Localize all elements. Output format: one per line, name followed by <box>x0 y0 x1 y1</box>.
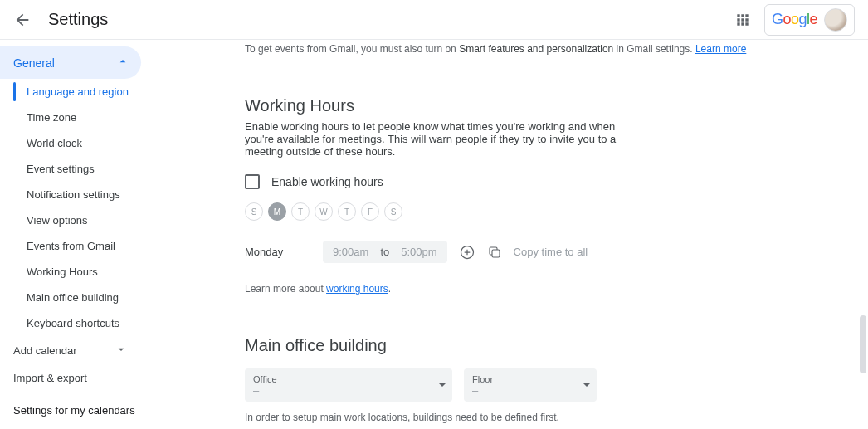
day-chip-thu[interactable]: T <box>338 202 356 221</box>
header-right: Google <box>731 4 855 36</box>
working-hours-learn-more-link[interactable]: working hours <box>326 283 388 295</box>
sidebar-section-label: General <box>13 56 55 70</box>
end-time-value: 5:00pm <box>401 246 436 258</box>
copy-time-label: Copy time to all <box>514 246 588 258</box>
day-chip-sun[interactable]: S <box>245 202 263 221</box>
floor-select[interactable]: Floor – <box>464 368 597 402</box>
avatar[interactable] <box>824 8 847 32</box>
google-logo: Google <box>772 11 817 28</box>
days-of-week: S M T W T F S <box>245 202 835 221</box>
scrollbar-thumb[interactable] <box>860 315 866 373</box>
day-chip-mon[interactable]: M <box>268 202 286 221</box>
sidebar-item-time-zone[interactable]: Time zone <box>0 105 212 130</box>
account-switcher[interactable]: Google <box>764 4 855 36</box>
sidebar-item-event-settings[interactable]: Event settings <box>0 156 212 182</box>
time-row-day-label: Monday <box>245 246 311 258</box>
app-header: Settings Google <box>0 0 868 40</box>
gmail-hint: To get events from Gmail, you must also … <box>245 43 835 55</box>
start-time-value: 9:00am <box>333 246 368 258</box>
chevron-down-icon <box>115 343 128 358</box>
enable-working-hours-label: Enable working hours <box>271 175 383 188</box>
day-chip-tue[interactable]: T <box>291 202 310 221</box>
enable-working-hours-checkbox[interactable] <box>245 174 260 189</box>
time-range-row: Monday 9:00am to 5:00pm Copy time to all <box>245 241 835 263</box>
enable-working-hours-row: Enable working hours <box>245 174 835 189</box>
page-title: Settings <box>48 10 108 29</box>
working-hours-footnote: Learn more about working hours. <box>245 283 835 295</box>
sidebar-item-world-clock[interactable]: World clock <box>0 130 212 156</box>
add-time-icon[interactable] <box>459 244 475 261</box>
time-range-inputs[interactable]: 9:00am to 5:00pm <box>323 241 447 263</box>
sidebar-section-import-export[interactable]: Import & export <box>0 365 212 391</box>
day-chip-fri[interactable]: F <box>361 202 379 221</box>
sidebar-calendar-item[interactable]: Danny Maiorca <box>0 422 212 429</box>
working-hours-title: Working Hours <box>245 96 835 115</box>
to-label: to <box>380 246 389 258</box>
day-chip-wed[interactable]: W <box>315 202 333 221</box>
sidebar: General Language and region Time zone Wo… <box>0 40 212 429</box>
body: General Language and region Time zone Wo… <box>0 40 868 429</box>
copy-icon[interactable] <box>487 245 502 260</box>
caret-down-icon <box>583 383 590 387</box>
sidebar-item-working-hours[interactable]: Working Hours <box>0 259 212 285</box>
caret-down-icon <box>439 383 446 387</box>
sidebar-item-notification-settings[interactable]: Notification settings <box>0 182 212 207</box>
sidebar-item-events-from-gmail[interactable]: Events from Gmail <box>0 233 212 259</box>
sidebar-section-general[interactable]: General <box>0 46 141 79</box>
working-hours-desc: Enable working hours to let people know … <box>245 120 618 158</box>
sidebar-my-calendars-header: Settings for my calendars <box>0 391 212 422</box>
main-office-title: Main office building <box>245 336 835 355</box>
office-selects-row: Office – Floor – <box>245 368 835 402</box>
day-chip-sat[interactable]: S <box>384 202 402 221</box>
apps-grid-icon[interactable] <box>731 8 754 32</box>
main-content: To get events from Gmail, you must also … <box>212 40 868 429</box>
sidebar-item-keyboard-shortcuts[interactable]: Keyboard shortcuts <box>0 310 212 336</box>
sidebar-item-view-options[interactable]: View options <box>0 207 212 233</box>
gmail-learn-more-link[interactable]: Learn more <box>695 43 746 55</box>
sidebar-item-language-region[interactable]: Language and region <box>0 79 212 105</box>
office-select[interactable]: Office – <box>245 368 452 402</box>
main-office-helper: In order to setup main work locations, b… <box>245 412 835 423</box>
svg-rect-1 <box>492 250 500 257</box>
sidebar-item-main-office-building[interactable]: Main office building <box>0 285 212 310</box>
header-left: Settings <box>13 10 108 29</box>
back-arrow-icon[interactable] <box>13 11 32 29</box>
sidebar-section-add-calendar[interactable]: Add calendar <box>0 336 212 365</box>
chevron-up-icon <box>116 55 129 71</box>
